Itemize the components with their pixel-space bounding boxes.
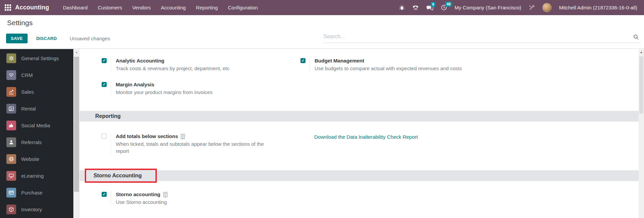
setting-budget-management: Budget Management Use budgets to compare…: [300, 58, 462, 72]
sidebar-item-crm[interactable]: CRM: [0, 67, 73, 83]
scrollbar-thumb[interactable]: [74, 57, 79, 192]
setting-label[interactable]: Analytic Accounting: [116, 58, 229, 64]
search-input[interactable]: Search...: [322, 31, 641, 43]
setting-description: When ticked, totals and subtotals appear…: [116, 140, 274, 155]
credit-card-icon: [6, 188, 16, 198]
settings-sidebar: General Settings CRM Sales Rental: [0, 49, 73, 218]
tools-wrench-icon[interactable]: [529, 4, 535, 11]
sidebar-item-general-settings[interactable]: General Settings: [0, 50, 73, 67]
setting-analytic-accounting: Analytic Accounting Track costs & revenu…: [102, 58, 229, 72]
discard-button[interactable]: DISCARD: [36, 36, 57, 41]
box-icon: [6, 205, 16, 214]
margin-analysis-checkbox[interactable]: [102, 82, 107, 87]
storno-accounting-checkbox[interactable]: [102, 192, 107, 197]
sidebar-item-label: Inventory: [21, 207, 42, 212]
sidebar-item-label: CRM: [21, 72, 33, 78]
settings-main: General Settings CRM Sales Rental: [0, 48, 644, 218]
enterprise-building-icon: [163, 192, 168, 198]
content-scrollbar[interactable]: ▲: [639, 49, 644, 218]
divider: [111, 133, 111, 155]
activities-clock-icon[interactable]: 48: [441, 4, 447, 11]
sidebar-item-referrals[interactable]: Referrals: [0, 134, 73, 150]
messages-icon[interactable]: 9: [426, 5, 433, 11]
divider: [111, 82, 111, 96]
sidebar-item-sales[interactable]: Sales: [0, 83, 73, 100]
sidebar-item-purchase[interactable]: Purchase: [0, 184, 73, 201]
sidebar-item-label: General Settings: [21, 55, 59, 61]
user-avatar[interactable]: [542, 3, 551, 12]
setting-label[interactable]: Margin Analysis: [116, 82, 213, 88]
sidebar-item-label: Purchase: [21, 190, 42, 195]
storno-highlight-box: Storno Accounting: [85, 169, 157, 183]
sidebar-item-label: Social Media: [21, 123, 50, 128]
company-switcher[interactable]: My Company (San Francisco): [455, 5, 521, 10]
enterprise-building-icon: [180, 134, 185, 139]
scroll-up-arrow[interactable]: ▲: [73, 51, 80, 54]
menu-reporting[interactable]: Reporting: [191, 0, 223, 15]
save-button[interactable]: SAVE: [6, 34, 28, 43]
user-menu[interactable]: Mitchell Admin (21872336-16-0-all): [559, 5, 637, 10]
top-navbar: Accounting Dashboard Customers Vendors A…: [0, 0, 644, 15]
settings-content: Analytic Accounting Track costs & revenu…: [80, 49, 639, 218]
odoo-settings-page: Accounting Dashboard Customers Vendors A…: [0, 0, 644, 218]
setting-label[interactable]: Storno accounting: [116, 191, 168, 198]
page-title: Settings: [7, 19, 33, 27]
sidebar-item-website[interactable]: Website: [0, 150, 73, 167]
sidebar-item-elearning[interactable]: eLearning: [0, 167, 73, 184]
search-placeholder: Search...: [323, 34, 345, 40]
sidebar-item-inventory[interactable]: Inventory: [0, 201, 73, 218]
activities-count-badge: 48: [445, 2, 452, 7]
navbar-systray: 9 48 My Company (San Francisco) Mitchell…: [399, 3, 637, 12]
setting-add-totals: Add totals below sections: [102, 133, 274, 155]
gear-icon: [6, 53, 16, 63]
main-menu: Dashboard Customers Vendors Accounting R…: [58, 0, 263, 15]
setting-label[interactable]: Budget Management: [315, 58, 462, 64]
search-icon[interactable]: [633, 34, 639, 41]
divider: [111, 58, 111, 72]
menu-vendors[interactable]: Vendors: [127, 0, 156, 15]
section-header-reporting: Reporting: [80, 111, 639, 122]
apps-menu-icon[interactable]: [5, 4, 11, 11]
handshake-icon: [6, 70, 16, 80]
menu-dashboard[interactable]: Dashboard: [58, 0, 93, 15]
debug-bug-icon[interactable]: [399, 5, 405, 10]
section-header-storno: [80, 170, 639, 181]
globe-icon: [6, 154, 16, 164]
budget-management-checkbox[interactable]: [300, 58, 306, 63]
person-icon: [6, 137, 16, 147]
setting-description: Monitor your product margins from invoic…: [116, 89, 213, 96]
setting-description: Use Storno accounting: [116, 199, 168, 206]
sidebar-item-label: Referrals: [21, 139, 42, 145]
sidebar-scrollbar[interactable]: ▲: [73, 49, 80, 218]
chart-up-icon: [6, 87, 16, 97]
sidebar-item-label: Sales: [21, 89, 34, 95]
menu-accounting[interactable]: Accounting: [156, 0, 191, 15]
scrollbar-thumb[interactable]: [639, 56, 643, 114]
sidebar-item-label: Rental: [21, 106, 36, 112]
scroll-up-arrow[interactable]: ▲: [639, 51, 644, 54]
menu-configuration[interactable]: Configuration: [223, 0, 263, 15]
sidebar-item-rental[interactable]: Rental: [0, 100, 73, 117]
analytic-accounting-checkbox[interactable]: [102, 58, 107, 63]
app-name[interactable]: Accounting: [15, 4, 49, 11]
setting-description: Track costs & revenues by project, depar…: [116, 65, 229, 72]
menu-customers[interactable]: Customers: [93, 0, 127, 15]
add-totals-checkbox[interactable]: [102, 134, 107, 139]
presentation-icon: [6, 171, 16, 181]
control-panel: Settings SAVE DISCARD Unsaved changes Se…: [0, 15, 644, 49]
setting-storno-accounting: Storno accounting: [102, 191, 168, 206]
section-title: Reporting: [95, 113, 121, 119]
divider: [111, 191, 111, 206]
setting-margin-analysis: Margin Analysis Monitor your product mar…: [102, 82, 213, 96]
messages-count-badge: 9: [431, 2, 435, 7]
sidebar-item-label: Website: [21, 156, 39, 162]
download-inalterability-report-link[interactable]: Download the Data Inalterability Check R…: [314, 134, 418, 140]
sidebar-item-label: eLearning: [21, 173, 44, 179]
divider: [310, 58, 310, 72]
setting-description: Use budgets to compare actual with expec…: [315, 65, 462, 72]
voip-phone-icon[interactable]: [412, 5, 419, 11]
unsaved-changes-label: Unsaved changes: [70, 36, 110, 41]
section-title: Storno Accounting: [94, 173, 142, 179]
sidebar-item-social-media[interactable]: Social Media: [0, 117, 73, 134]
setting-label[interactable]: Add totals below sections: [116, 133, 274, 139]
